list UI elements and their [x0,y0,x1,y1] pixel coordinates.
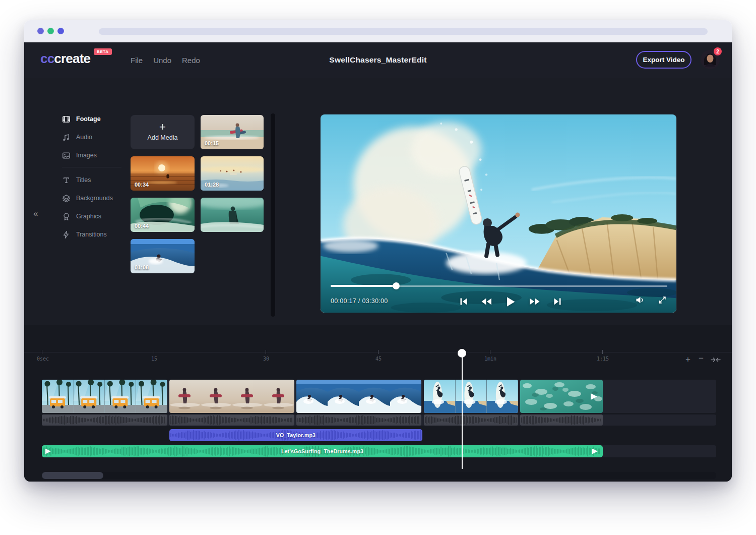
waveform-graphic [296,414,421,426]
voiceover-clip[interactable]: VO_Taylor.mp3 [169,429,422,441]
clip-duration: 00:34 [135,182,149,188]
menu-bar: File Undo Redo [131,42,200,78]
export-video-button[interactable]: Export Video [636,51,691,69]
volume-icon[interactable] [636,296,645,304]
ruler-tick-label: 15 [151,356,157,362]
ruler-tick-label: 0sec [37,356,49,362]
transport-controls [460,293,561,310]
rewind-button[interactable] [481,298,492,306]
layers-icon [62,194,71,203]
player-right-controls [636,296,666,304]
menu-item-redo[interactable]: Redo [182,56,200,65]
editor-app: cccreate BETA File Undo Redo SwellChaser… [24,42,732,482]
sidebar-item-label: Footage [76,115,101,123]
timeline-panel: 0sec 15 30 45 1min 1:15 + − [24,325,732,482]
waveform-graphic [424,414,518,426]
sidebar-item-graphics[interactable]: Graphics [62,207,101,225]
notification-badge[interactable]: 2 [714,47,722,55]
window-minimize-dot[interactable] [47,28,54,34]
clip-thumbnails [42,380,167,413]
timeline-scrollbar-track[interactable] [42,472,716,479]
fit-timeline-icon[interactable] [711,357,721,363]
window-maximize-dot[interactable] [57,28,64,34]
timeline-video-clip-foam[interactable] [520,380,603,413]
sidebar-item-audio[interactable]: Audio [62,128,92,146]
timeline-video-clip-aerial[interactable] [424,380,518,413]
play-button[interactable] [506,296,516,307]
clip-audio-waveform[interactable] [296,414,421,426]
ruler-tick [378,350,379,354]
url-bar[interactable] [99,28,708,35]
clip-thumbnails [169,380,294,413]
sidebar-collapse-button[interactable]: « [33,209,37,219]
window-close-dot[interactable] [37,28,44,34]
music-clip[interactable]: Let'sGoSurfing_TheDrums.mp3 [42,445,603,457]
sidebar-item-footage[interactable]: Footage [62,110,101,128]
timeline-scrollbar-thumb[interactable] [42,472,103,479]
sidebar-item-label: Transitions [76,231,107,238]
zoom-in-button[interactable]: + [685,355,690,364]
plus-icon: + [159,124,166,131]
add-media-label: Add Media [148,134,178,141]
clip-audio-waveform[interactable] [424,414,518,426]
waveform-svg [520,414,603,426]
zoom-out-button[interactable]: − [699,354,704,363]
clip-thumbnails [296,380,421,413]
add-media-button[interactable]: + Add Media [131,115,195,149]
media-clip-golden-lineup[interactable]: 01:28 [201,156,264,191]
ruler-tick-label: 1min [484,356,496,362]
media-clip-blue-wave[interactable]: 01:08 [131,239,195,273]
ruler-tick [266,350,266,354]
clip-duration: 01:08 [135,264,149,270]
skip-next-button[interactable] [554,298,561,306]
sidebar-divider [62,167,121,167]
clip-thumbnails [520,380,603,413]
player-time-display: 00:00:17 / 03:30:00 [331,298,388,305]
clip-audio-waveform[interactable] [520,414,603,426]
media-clip-barrel-wave[interactable]: 00:44 [131,198,195,232]
timeline-video-clip-beach-surfer[interactable] [169,380,294,413]
ruler-tick [602,350,603,354]
playhead-handle[interactable] [458,349,466,358]
timeline-video-clip-van[interactable] [42,380,167,413]
media-clip-sunset[interactable]: 00:34 [131,156,195,191]
waveform-graphic [42,414,167,426]
sidebar-item-label: Audio [76,134,92,141]
skip-previous-button[interactable] [460,298,467,306]
clip-duration: 00:15 [205,140,219,146]
clip-thumbnails [424,380,518,413]
waveform-graphic [520,414,603,426]
badge-icon [62,212,71,221]
media-panel-scrollbar[interactable] [271,113,275,317]
app-header: cccreate BETA File Undo Redo SwellChaser… [24,42,732,78]
thumbnail-image [201,198,264,232]
clip-audio-waveform[interactable] [169,414,294,426]
project-title: SwellChasers_MasterEdit [329,42,426,78]
player-progress-played [331,285,396,287]
fast-forward-button[interactable] [529,298,540,306]
waveform-graphic [169,414,294,426]
waveform-svg [169,414,294,426]
playhead-line[interactable] [462,353,463,469]
fullscreen-icon[interactable] [658,296,666,304]
ruler-tick [154,350,154,354]
clip-duration: 01:28 [205,182,219,188]
video-preview[interactable]: 00:00:17 / 03:30:00 [320,114,677,313]
sidebar-item-transitions[interactable]: Transitions [62,225,107,244]
menu-item-file[interactable]: File [131,56,143,65]
waveform-svg [424,414,518,426]
sidebar-item-images[interactable]: Images [62,146,97,164]
logo-prefix: cc [40,51,54,66]
clip-audio-waveform[interactable] [42,414,167,426]
ruler-tick-label: 45 [375,356,382,362]
image-icon [62,151,71,160]
sidebar-item-backgrounds[interactable]: Backgrounds [62,189,113,207]
menu-item-undo[interactable]: Undo [153,56,171,65]
film-icon [62,115,71,124]
media-clip-teal-silhouette[interactable] [201,198,264,232]
media-clip-surfer-beach[interactable]: 00:15 [201,115,264,149]
beta-badge: BETA [94,48,112,55]
sidebar-item-titles[interactable]: Titles [62,171,91,189]
timeline-video-clip-blue-wave[interactable] [296,380,421,413]
app-logo[interactable]: cccreate [40,51,90,67]
